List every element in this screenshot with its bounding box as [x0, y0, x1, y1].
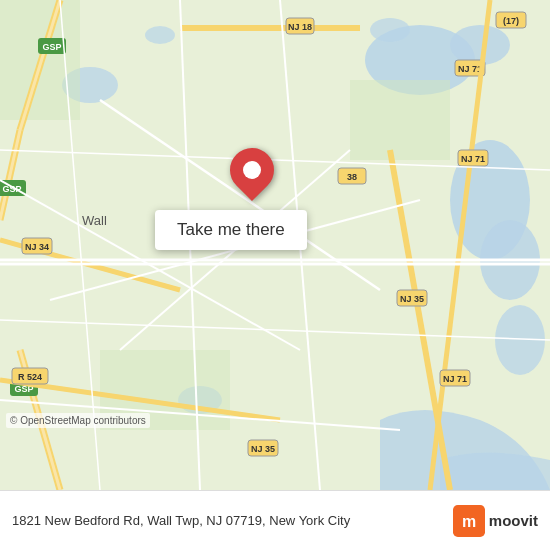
svg-text:NJ 71: NJ 71 [443, 374, 467, 384]
bottom-bar: 1821 New Bedford Rd, Wall Twp, NJ 07719,… [0, 490, 550, 550]
svg-text:R 524: R 524 [18, 372, 42, 382]
svg-rect-11 [350, 80, 450, 160]
map-pin [230, 148, 274, 192]
svg-text:NJ 71: NJ 71 [458, 64, 482, 74]
svg-text:GSP: GSP [2, 184, 21, 194]
moovit-brand-text: moovit [489, 512, 538, 529]
moovit-logo-icon: m [453, 505, 485, 537]
svg-text:(17): (17) [503, 16, 519, 26]
svg-text:NJ 18: NJ 18 [288, 22, 312, 32]
svg-text:m: m [462, 513, 476, 530]
address-text: 1821 New Bedford Rd, Wall Twp, NJ 07719,… [12, 513, 453, 528]
svg-text:NJ 35: NJ 35 [400, 294, 424, 304]
svg-text:GSP: GSP [42, 42, 61, 52]
svg-text:Wall: Wall [82, 213, 107, 228]
moovit-logo: m moovit [453, 505, 538, 537]
svg-text:NJ 34: NJ 34 [25, 242, 49, 252]
take-me-there-button[interactable]: Take me there [155, 210, 307, 250]
svg-text:NJ 71: NJ 71 [461, 154, 485, 164]
pin-marker [221, 139, 283, 201]
svg-point-8 [145, 26, 175, 44]
svg-point-3 [370, 18, 410, 42]
osm-attribution: © OpenStreetMap contributors [6, 413, 150, 428]
svg-text:NJ 35: NJ 35 [251, 444, 275, 454]
pin-inner [243, 161, 261, 179]
svg-point-2 [450, 25, 510, 65]
svg-text:38: 38 [347, 172, 357, 182]
map-container: GSP GSP GSP NJ 18 NJ 35 NJ 71 NJ 71 NJ 7… [0, 0, 550, 490]
